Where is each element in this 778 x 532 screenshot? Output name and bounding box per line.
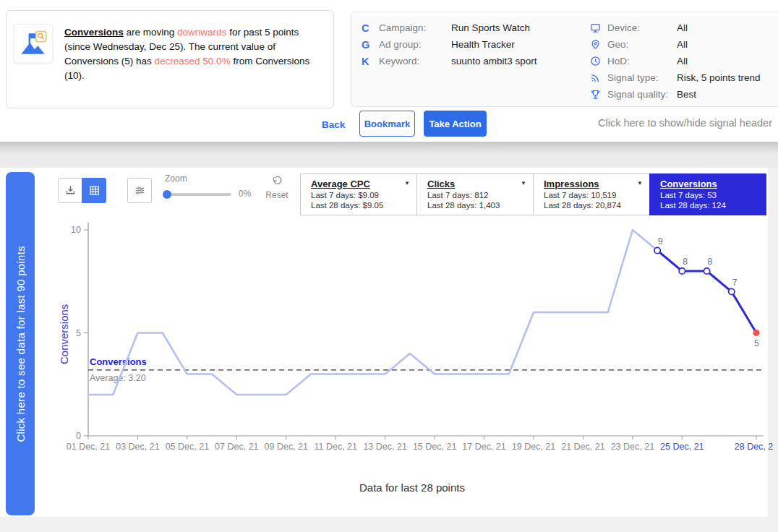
- svg-text:23 Dec, 21: 23 Dec, 21: [611, 442, 655, 452]
- signal-message-card: Conversions are moving downwards for pas…: [6, 10, 334, 108]
- svg-text:19 Dec, 21: 19 Dec, 21: [512, 442, 556, 452]
- chart-caption: Data for last 28 points: [51, 481, 774, 494]
- svg-text:21 Dec, 21: 21 Dec, 21: [561, 442, 605, 452]
- svg-text:17 Dec, 21: 17 Dec, 21: [462, 442, 506, 452]
- svg-text:15 Dec, 21: 15 Dec, 21: [413, 442, 457, 452]
- back-button[interactable]: Back: [322, 119, 345, 130]
- section-divider: [0, 142, 778, 168]
- download-chart-button[interactable]: [58, 178, 82, 203]
- signal-change-amount: decreased 50.0%: [155, 56, 231, 66]
- svg-text:03 Dec, 21: 03 Dec, 21: [116, 442, 160, 452]
- toggle-signal-header-link[interactable]: Click here to show/hide signal header: [598, 117, 772, 129]
- zoom-value: 0%: [239, 189, 251, 199]
- signal-metric-name: Conversions: [64, 27, 124, 38]
- svg-text:07 Dec, 21: 07 Dec, 21: [215, 442, 259, 452]
- svg-text:01 Dec, 21: 01 Dec, 21: [67, 442, 111, 452]
- metric-tabs: Average CPC Last 7 days: $9.09 Last 28 d…: [300, 173, 766, 215]
- sidebar-tab-label: Click here to see data for last 90 point…: [14, 246, 27, 442]
- hod-row: HoD: All: [590, 53, 778, 69]
- signal-quality-icon: [590, 89, 607, 100]
- svg-text:05 Dec, 21: 05 Dec, 21: [166, 442, 210, 452]
- signal-details-column: Device: All Geo: All HoD: All: [590, 20, 778, 103]
- device-row: Device: All: [590, 20, 778, 36]
- signal-type-icon: [590, 72, 607, 83]
- keyword-row: K Keyword: suunto ambit3 sport: [362, 53, 578, 69]
- grid-icon: [88, 184, 101, 197]
- svg-text:25 Dec, 21: 25 Dec, 21: [660, 442, 704, 452]
- svg-text:28 Dec, 21: 28 Dec, 21: [735, 442, 774, 452]
- zoom-slider-track[interactable]: [165, 193, 231, 196]
- svg-text:0: 0: [76, 431, 81, 441]
- chart-settings-button[interactable]: [127, 178, 152, 203]
- conversions-line-chart: 051001 Dec, 2103 Dec, 2105 Dec, 2107 Dec…: [51, 215, 774, 467]
- hod-icon: [590, 56, 607, 66]
- chevron-down-icon[interactable]: ▼: [637, 180, 643, 186]
- reset-icon: [260, 176, 294, 188]
- zoom-slider-knob[interactable]: [163, 190, 171, 199]
- svg-text:7: 7: [732, 278, 738, 288]
- tab-clicks[interactable]: Clicks Last 7 days: 812 Last 28 days: 1,…: [416, 173, 534, 215]
- svg-text:11 Dec, 21: 11 Dec, 21: [314, 442, 357, 452]
- adgroup-icon: G: [362, 39, 379, 51]
- geo-row: Geo: All: [590, 36, 778, 53]
- tab-impressions[interactable]: Impressions Last 7 days: 10,519 Last 28 …: [533, 173, 650, 215]
- svg-text:8: 8: [708, 257, 713, 267]
- campaign-row: C Campaign: Run Sports Watch: [362, 20, 578, 36]
- tab-average-cpc[interactable]: Average CPC Last 7 days: $9.09 Last 28 d…: [300, 173, 417, 215]
- download-icon: [64, 184, 77, 197]
- page: Conversions are moving downwards for pas…: [0, 0, 778, 532]
- show-last-90-points-tab[interactable]: Click here to see data for last 90 point…: [6, 172, 35, 515]
- grid-view-button[interactable]: [82, 178, 106, 203]
- svg-text:Conversions: Conversions: [90, 356, 147, 367]
- svg-text:10: 10: [71, 225, 81, 235]
- adgroup-row: G Ad group: Health Tracker: [362, 36, 578, 53]
- take-action-button[interactable]: Take Action: [424, 111, 487, 137]
- signal-icon-box: [14, 24, 53, 63]
- svg-text:5: 5: [76, 328, 81, 338]
- tab-conversions[interactable]: Conversions Last 7 days: 53 Last 28 days…: [649, 173, 766, 215]
- chart-panel: Click here to see data for last 90 point…: [0, 168, 768, 517]
- signal-message: Conversions are moving downwards for pas…: [64, 25, 325, 83]
- chevron-down-icon[interactable]: ▼: [521, 180, 526, 186]
- bookmark-button[interactable]: Bookmark: [359, 111, 415, 137]
- keyword-icon: K: [362, 56, 379, 67]
- reset-zoom-button[interactable]: Reset: [260, 176, 294, 200]
- svg-text:9: 9: [658, 236, 663, 246]
- geo-icon: [590, 39, 607, 50]
- sliders-icon: [134, 184, 146, 197]
- mountain-flag-magnifier-icon: [17, 27, 49, 59]
- svg-text:8: 8: [683, 257, 688, 267]
- svg-text:5: 5: [754, 338, 759, 348]
- signal-type-row: Signal type: Risk, 5 points trend: [590, 69, 778, 86]
- chevron-down-icon[interactable]: ▼: [404, 180, 410, 186]
- device-icon: [590, 22, 607, 33]
- svg-text:13 Dec, 21: 13 Dec, 21: [363, 442, 407, 452]
- signal-details-card: C Campaign: Run Sports Watch G Ad group:…: [351, 12, 778, 107]
- campaign-details-column: C Campaign: Run Sports Watch G Ad group:…: [362, 20, 578, 69]
- svg-text:09 Dec, 21: 09 Dec, 21: [265, 442, 309, 452]
- signal-header-section: Conversions are moving downwards for pas…: [0, 0, 778, 142]
- zoom-label: Zoom: [165, 173, 187, 184]
- signal-trend-word: downwards: [177, 27, 226, 38]
- signal-quality-row: Signal quality: Best: [590, 86, 778, 103]
- campaign-icon: C: [362, 22, 379, 34]
